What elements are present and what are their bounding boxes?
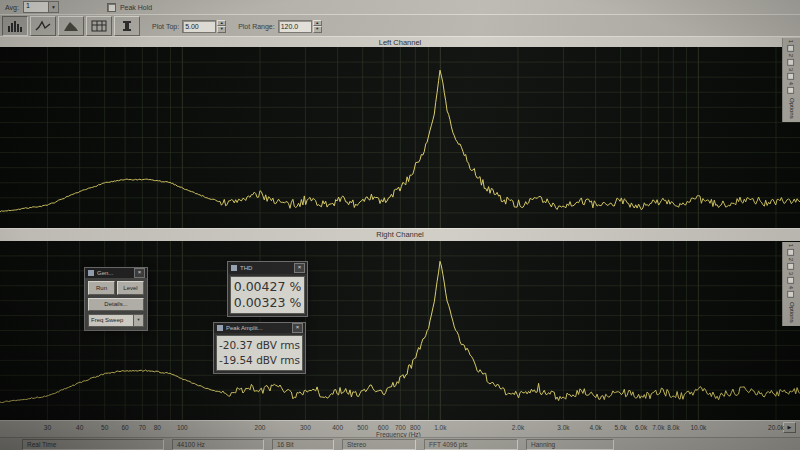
trace-number-label: 3 <box>789 272 795 275</box>
phase-bar-icon[interactable] <box>114 16 140 36</box>
generator-run-button[interactable]: Run <box>88 281 115 295</box>
trace-checkbox[interactable] <box>788 73 795 80</box>
generator-mode-dropdown[interactable]: Freq Sweep ▼ <box>88 314 144 327</box>
freq-tick-label: 4.0k <box>583 424 609 431</box>
avg-value: 1 <box>24 2 48 12</box>
plot-top-field[interactable]: 5.00 <box>182 20 216 33</box>
plot-top-label: Plot Top: <box>152 23 179 30</box>
toolbar: Plot Top: 5.00 ▲▼ Plot Range: 120.0 ▲▼ <box>0 14 800 37</box>
analyzer-app-window: Avg: 1 ▼ Peak Hold Plot Top: 5.00 ▲▼ <box>0 0 800 450</box>
peak-right-value: -19.54 dBV rms <box>217 353 302 368</box>
freq-tick-label: 100 <box>169 424 195 431</box>
peak-hold-label: Peak Hold <box>120 4 152 11</box>
generator-details-button[interactable]: Details... <box>88 298 144 311</box>
trace-checkbox[interactable] <box>788 59 795 66</box>
thd-right-value: 0.00323 % <box>231 295 304 311</box>
status-channels: Stereo <box>342 439 416 450</box>
thd-icon <box>231 265 237 271</box>
trace-number-label: 2 <box>789 258 795 261</box>
trace-toggle-2[interactable]: 2 <box>786 258 798 270</box>
peak-hold-checkbox[interactable] <box>107 3 116 12</box>
area-graph-icon[interactable] <box>58 16 84 36</box>
avg-dropdown[interactable]: 1 ▼ <box>23 1 59 13</box>
freq-tick-label: 1.0k <box>427 424 453 431</box>
peak-dialog-titlebar[interactable]: Peak Amplit... × <box>214 323 305 333</box>
thd-dialog: THD × 0.00427 % 0.00323 % <box>227 261 308 317</box>
peak-amplitude-icon <box>217 325 223 331</box>
generator-dialog-titlebar[interactable]: Gen... × <box>85 268 147 278</box>
freq-tick-label: 3.0k <box>550 424 576 431</box>
right-plot-side-panel[interactable]: 1234Options <box>782 242 800 326</box>
trace-checkbox[interactable] <box>788 249 795 256</box>
generator-mode-value: Freq Sweep <box>89 315 133 326</box>
trace-checkbox[interactable] <box>788 87 795 94</box>
freq-tick-label: 40 <box>67 424 93 431</box>
spin-down-icon: ▼ <box>313 26 322 33</box>
status-window-function: Hanning <box>526 439 614 450</box>
trace-toggle-3[interactable]: 3 <box>786 272 798 284</box>
spectrum-bars-icon[interactable] <box>2 16 28 36</box>
close-icon[interactable]: × <box>294 263 305 273</box>
left-channel-plot[interactable] <box>0 47 800 228</box>
generator-dialog-title: Gen... <box>97 270 132 276</box>
trace-toggle-4[interactable]: 4 <box>786 82 798 94</box>
chevron-down-icon[interactable]: ▼ <box>48 2 58 12</box>
freq-tick-label: 200 <box>247 424 273 431</box>
chevron-down-icon[interactable]: ▼ <box>133 315 143 326</box>
averaging-row: Avg: 1 ▼ Peak Hold <box>0 0 800 14</box>
spectrogram-icon[interactable] <box>86 16 112 36</box>
trace-number-label: 4 <box>789 82 795 85</box>
line-graph-icon[interactable] <box>30 16 56 36</box>
trace-toggle-1[interactable]: 1 <box>786 40 798 52</box>
status-sample-rate: 44100 Hz <box>172 439 264 450</box>
left-plot-side-panel[interactable]: 1234Options <box>782 38 800 122</box>
thd-dialog-titlebar[interactable]: THD × <box>228 262 307 274</box>
freq-tick-label: 10.0k <box>685 424 711 431</box>
trace-number-label: 2 <box>789 54 795 57</box>
freq-tick-label: 400 <box>325 424 351 431</box>
trace-toggle-3[interactable]: 3 <box>786 68 798 80</box>
thd-dialog-title: THD <box>240 265 292 271</box>
trace-number-label: 4 <box>789 286 795 289</box>
close-icon[interactable]: × <box>134 268 145 278</box>
trace-number-label: 1 <box>789 40 795 43</box>
trace-checkbox[interactable] <box>788 45 795 52</box>
freq-tick-label: 30 <box>34 424 60 431</box>
trace-number-label: 1 <box>789 244 795 247</box>
options-button[interactable]: Options <box>789 302 795 323</box>
status-mode: Real Time <box>22 439 164 450</box>
plot-range-field[interactable]: 120.0 <box>278 20 312 33</box>
close-icon[interactable]: × <box>292 323 303 333</box>
frequency-axis: Frequency (Hz) ▶ 30405060708010020030040… <box>0 420 800 438</box>
peak-left-value: -20.37 dBV rms <box>217 338 302 353</box>
freq-tick-label: 2.0k <box>505 424 531 431</box>
freq-tick-label: 800 <box>402 424 428 431</box>
trace-checkbox[interactable] <box>788 277 795 284</box>
left-spectrum-chart <box>0 47 800 228</box>
trace-checkbox[interactable] <box>788 291 795 298</box>
status-bar: Real Time 44100 Hz 16 Bit Stereo FFT 409… <box>0 437 800 450</box>
peak-dialog-title: Peak Amplit... <box>226 325 290 331</box>
spin-down-icon: ▼ <box>217 26 226 33</box>
plot-range-label: Plot Range: <box>238 23 275 30</box>
options-button[interactable]: Options <box>789 98 795 119</box>
freq-tick-label: 300 <box>292 424 318 431</box>
trace-number-label: 3 <box>789 68 795 71</box>
plot-range-spinner[interactable]: ▲▼ <box>313 20 322 33</box>
peak-amplitude-dialog: Peak Amplit... × -20.37 dBV rms -19.54 d… <box>213 322 306 374</box>
right-channel-title: Right Channel <box>0 228 800 242</box>
thd-left-value: 0.00427 % <box>231 279 304 295</box>
avg-label: Avg: <box>5 4 19 11</box>
trace-toggle-1[interactable]: 1 <box>786 244 798 256</box>
generator-icon <box>88 270 94 276</box>
plot-top-spinner[interactable]: ▲▼ <box>217 20 226 33</box>
trace-toggle-4[interactable]: 4 <box>786 286 798 298</box>
generator-level-button[interactable]: Level <box>117 281 144 295</box>
status-bit-depth: 16 Bit <box>272 439 334 450</box>
freq-tick-label: 80 <box>144 424 170 431</box>
trace-toggle-2[interactable]: 2 <box>786 54 798 66</box>
freq-tick-label: 20.0k <box>763 424 789 431</box>
freq-tick-label: 8.0k <box>660 424 686 431</box>
trace-checkbox[interactable] <box>788 263 795 270</box>
generator-dialog: Gen... × Run Level Details... Freq Sweep… <box>84 267 148 331</box>
